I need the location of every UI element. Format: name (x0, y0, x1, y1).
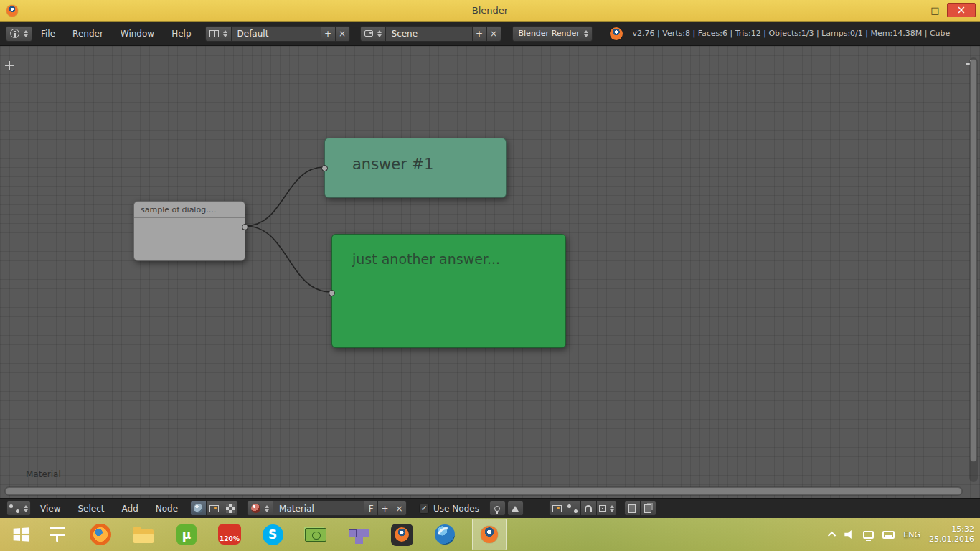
taskbar-item-utorrent[interactable]: µ (171, 519, 202, 550)
volume-icon[interactable] (844, 530, 854, 540)
use-nodes-checkbox[interactable]: ✓ (419, 504, 429, 514)
layout-browse-button[interactable] (205, 26, 232, 42)
date-label: 25.01.2016 (929, 534, 974, 545)
scrollbar-handle[interactable] (5, 487, 962, 495)
add-scene-button[interactable]: + (472, 26, 487, 42)
skype-icon: S (263, 524, 283, 545)
chevron-updown-icon (610, 505, 614, 512)
editor-type-button[interactable] (6, 26, 32, 42)
node-title: just another answer... (332, 235, 565, 267)
screen-layout-icon (209, 30, 219, 37)
unlink-material-button[interactable]: × (392, 501, 407, 516)
taskbar-item-blue-app[interactable] (429, 519, 461, 550)
add-material-button[interactable]: + (377, 501, 392, 516)
use-nodes-label: Use Nodes (433, 504, 479, 514)
window-titlebar[interactable]: Blender – □ × (0, 0, 980, 22)
taskbar-item-tetris[interactable] (343, 519, 374, 550)
active-material-label: Material (26, 469, 61, 479)
taskbar-item-money[interactable] (300, 519, 331, 550)
menu-add[interactable]: Add (113, 501, 147, 517)
taskbar-item-firefox[interactable] (85, 519, 116, 550)
add-layout-button[interactable]: + (321, 26, 336, 42)
fake-user-button[interactable]: F (364, 501, 378, 516)
menu-render[interactable]: Render (64, 26, 112, 42)
pin-button[interactable] (489, 501, 506, 516)
render-engine-value: Blender Render (519, 29, 580, 38)
tetris-icon (349, 529, 369, 544)
vertical-scrollbar[interactable] (969, 57, 978, 482)
hidden-icons-button[interactable] (828, 532, 836, 540)
menu-file[interactable]: File (32, 26, 64, 42)
node-link (245, 167, 324, 226)
node-editor-header: View Select Add Node Material F + × ✓ Us… (0, 498, 980, 518)
snap-toggle-button[interactable] (580, 501, 597, 516)
shader-nodes-button[interactable] (190, 501, 207, 516)
taskbar-item-blender-active[interactable] (472, 519, 507, 550)
shader-nodes-icon (194, 504, 203, 513)
compositing-nodes-button[interactable] (206, 501, 222, 516)
taskbar-item-blender-pinned[interactable] (386, 519, 418, 550)
hanzi-app-icon (48, 525, 67, 544)
output-socket[interactable] (242, 224, 248, 230)
node-editor-icon (9, 504, 19, 513)
network-icon[interactable] (863, 531, 874, 539)
scrollbar-handle[interactable] (970, 59, 977, 462)
menu-window[interactable]: Window (112, 26, 163, 42)
minimize-button[interactable]: – (904, 3, 923, 17)
taskbar-item-speed[interactable]: 120% (214, 519, 245, 550)
go-parent-button[interactable] (507, 501, 524, 516)
scene-statistics: v2.76 | Verts:8 | Faces:6 | Tris:12 | Ob… (633, 29, 951, 38)
node-link (245, 226, 331, 292)
menu-node[interactable]: Node (147, 501, 187, 517)
tree-type-buttons (190, 501, 238, 516)
snap-mode-icon (599, 505, 606, 512)
blender-window: Blender – □ × File Render Window Help De… (0, 0, 980, 551)
material-selector: Material F + × (247, 501, 407, 516)
input-socket[interactable] (329, 290, 335, 296)
close-button[interactable]: × (947, 3, 976, 17)
compositing-nodes-icon (209, 505, 219, 512)
node-dialog[interactable]: sample of dialog.... (133, 201, 245, 261)
input-socket[interactable] (321, 165, 328, 171)
texture-nodes-button[interactable] (222, 501, 238, 516)
node-answer-2[interactable]: just another answer... (331, 234, 566, 348)
render-engine-select[interactable]: Blender Render (512, 26, 593, 42)
taskbar-item-skype[interactable]: S (257, 519, 288, 550)
taskbar-item-explorer[interactable] (128, 519, 159, 550)
backdrop-icon (552, 505, 562, 512)
language-indicator[interactable]: ENG (903, 530, 920, 540)
node-answer-1[interactable]: answer #1 (324, 138, 507, 198)
scene-name[interactable]: Scene (385, 26, 473, 42)
material-name-field[interactable]: Material (273, 501, 364, 516)
material-sphere-icon (251, 504, 260, 513)
utorrent-icon: µ (176, 524, 197, 545)
copy-nodes-button[interactable] (624, 501, 641, 516)
start-button[interactable] (0, 518, 42, 551)
editor-type-button[interactable] (6, 501, 31, 516)
clipboard-controls (624, 501, 656, 516)
node-title: answer #1 (325, 138, 506, 173)
keyboard-icon[interactable] (882, 531, 895, 539)
backdrop-button[interactable] (549, 501, 565, 516)
clock[interactable]: 15:32 25.01.2016 (929, 524, 974, 545)
maximize-button[interactable]: □ (925, 3, 945, 17)
taskbar-item-ime[interactable] (42, 519, 73, 550)
menu-view[interactable]: View (32, 501, 69, 517)
horizontal-scrollbar[interactable] (4, 486, 963, 496)
delete-scene-button[interactable]: × (486, 26, 501, 42)
time-label: 15:32 (929, 524, 974, 534)
scene-browse-button[interactable] (360, 26, 386, 42)
screen-layout-name[interactable]: Default (231, 26, 321, 42)
menu-select[interactable]: Select (69, 501, 113, 517)
paste-nodes-button[interactable] (640, 501, 656, 516)
detach-links-icon (567, 504, 578, 513)
menu-help[interactable]: Help (163, 26, 199, 42)
chevron-updown-icon (223, 30, 227, 37)
node-editor-canvas[interactable]: sample of dialog.... answer #1 just anot… (0, 46, 980, 498)
detach-links-button[interactable] (565, 501, 581, 516)
material-browse-button[interactable] (247, 501, 273, 516)
snap-mode-dropdown[interactable] (596, 501, 617, 516)
delete-layout-button[interactable]: × (335, 26, 350, 42)
expand-toolbar-icon[interactable] (5, 61, 14, 70)
snap-magnet-icon (585, 505, 592, 512)
